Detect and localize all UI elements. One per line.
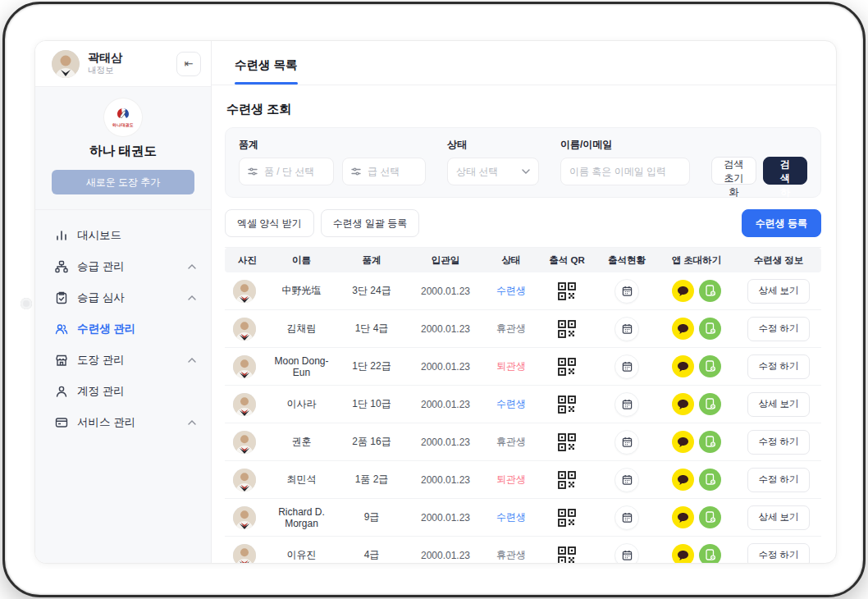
- calendar-button[interactable]: [614, 392, 639, 417]
- search-submit-button[interactable]: 검색 하기: [763, 157, 807, 185]
- calendar-icon: [622, 512, 633, 523]
- app-invite-button[interactable]: [699, 355, 721, 377]
- sidebar-item-promotion-test[interactable]: 승급 심사: [35, 282, 211, 313]
- chevron-up-icon: [188, 358, 196, 363]
- invite-cell: [657, 280, 736, 302]
- excel-template-button[interactable]: 엑셀 양식 받기: [225, 209, 314, 237]
- app-invite-button[interactable]: [699, 318, 721, 340]
- student-join-date: 2000.01.23: [406, 286, 485, 297]
- filter-buttons: 검색 초기화 검색 하기: [711, 138, 807, 185]
- tab-student-list[interactable]: 수련생 목록: [235, 57, 298, 85]
- kakao-talk-icon: [677, 399, 689, 410]
- card-icon: [55, 416, 68, 429]
- app-invite-button[interactable]: [699, 469, 721, 491]
- qr-code-icon[interactable]: [558, 320, 576, 338]
- qr-code-icon[interactable]: [558, 282, 576, 300]
- qr-cell: [537, 320, 596, 338]
- profile-subtitle[interactable]: 내정보: [88, 65, 122, 76]
- sidebar-item-label: 서비스 관리: [77, 415, 135, 430]
- sidebar-item-service-management[interactable]: 서비스 관리: [35, 407, 211, 438]
- register-student-button[interactable]: 수련생 등록: [742, 209, 821, 237]
- calendar-button[interactable]: [614, 354, 639, 379]
- calendar-icon: [622, 361, 633, 372]
- name-email-label: 이름/이메일: [560, 138, 690, 152]
- student-info-button[interactable]: 수정 하기: [747, 430, 809, 455]
- dojang-name: 하나 태권도: [52, 143, 194, 160]
- calendar-icon: [622, 323, 633, 334]
- col-student-info: 수련생 정보: [736, 254, 821, 267]
- table-row: Richard D. Morgan 9급 2000.01.23 수련생 상세 보…: [225, 499, 821, 537]
- student-info-button[interactable]: 상세 보기: [747, 392, 809, 417]
- phone-app-icon: [705, 549, 716, 561]
- calendar-button[interactable]: [614, 543, 639, 564]
- student-info-button[interactable]: 수정 하기: [747, 468, 809, 492]
- app-invite-button[interactable]: [699, 506, 721, 528]
- app-invite-button[interactable]: [699, 393, 721, 415]
- sidebar-item-account-management[interactable]: 계정 관리: [35, 376, 211, 407]
- sidebar-item-dashboard[interactable]: 대시보드: [35, 220, 211, 251]
- student-avatar: [233, 506, 256, 529]
- attendance-cell: [596, 505, 657, 530]
- status-placeholder: 상태 선택: [456, 165, 498, 179]
- poom-dan-select[interactable]: 품 / 단 선택: [239, 158, 334, 185]
- sidebar-item-dojang-management[interactable]: 도장 관리: [35, 345, 211, 376]
- app-invite-button[interactable]: [699, 280, 721, 302]
- qr-cell: [537, 546, 596, 564]
- qr-code-icon[interactable]: [558, 509, 576, 527]
- sidebar-collapse-button[interactable]: ⇤: [176, 52, 201, 76]
- bulk-register-button[interactable]: 수련생 일괄 등록: [321, 209, 420, 237]
- kakao-talk-icon: [677, 512, 689, 524]
- attendance-cell: [596, 543, 657, 564]
- kakao-talk-icon: [677, 550, 689, 561]
- student-rank: 1품 2급: [337, 473, 406, 487]
- invite-cell: [657, 355, 736, 377]
- student-avatar: [233, 318, 256, 341]
- status-filter-group: 상태 상태 선택: [447, 138, 539, 185]
- geup-select[interactable]: 급 선택: [342, 158, 426, 185]
- page-title: 수련생 조회: [226, 102, 821, 117]
- calendar-button[interactable]: [614, 505, 639, 530]
- app-invite-button[interactable]: [699, 544, 721, 563]
- calendar-button[interactable]: [614, 279, 639, 304]
- calendar-button[interactable]: [614, 468, 639, 492]
- app-invite-button[interactable]: [699, 431, 721, 453]
- sidebar-item-student-management[interactable]: 수련생 관리: [35, 313, 211, 345]
- table-toolbar: 엑셀 양식 받기 수련생 일괄 등록 수련생 등록: [225, 209, 821, 237]
- invite-cell: [657, 544, 736, 563]
- kakao-invite-button[interactable]: [672, 393, 694, 415]
- kakao-invite-button[interactable]: [672, 355, 694, 377]
- profile-avatar[interactable]: [52, 50, 80, 78]
- student-info-button[interactable]: 수정 하기: [747, 317, 809, 341]
- kakao-invite-button[interactable]: [672, 506, 694, 528]
- col-rank: 품계: [337, 254, 406, 267]
- student-avatar: [233, 469, 256, 492]
- name-email-field[interactable]: [560, 158, 690, 185]
- add-dojang-button[interactable]: 새로운 도장 추가: [52, 170, 194, 194]
- student-info-button[interactable]: 수정 하기: [747, 543, 809, 564]
- qr-code-icon[interactable]: [558, 546, 576, 564]
- qr-cell: [537, 509, 596, 527]
- phone-app-icon: [705, 398, 716, 410]
- qr-code-icon[interactable]: [558, 471, 576, 489]
- info-cell: 수정 하기: [736, 354, 821, 379]
- status-select[interactable]: 상태 선택: [447, 158, 539, 185]
- col-status: 상태: [485, 254, 537, 267]
- phone-app-icon: [705, 436, 716, 448]
- kakao-invite-button[interactable]: [672, 431, 694, 453]
- student-info-button[interactable]: 수정 하기: [747, 354, 809, 379]
- student-info-button[interactable]: 상세 보기: [747, 279, 809, 304]
- qr-code-icon[interactable]: [558, 433, 576, 451]
- search-reset-button[interactable]: 검색 초기화: [711, 157, 756, 185]
- kakao-invite-button[interactable]: [672, 280, 694, 302]
- kakao-invite-button[interactable]: [672, 318, 694, 340]
- kakao-invite-button[interactable]: [672, 469, 694, 491]
- calendar-button[interactable]: [614, 317, 639, 341]
- name-email-input[interactable]: [569, 166, 681, 177]
- calendar-button[interactable]: [614, 430, 639, 455]
- qr-code-icon[interactable]: [558, 358, 576, 376]
- student-info-button[interactable]: 상세 보기: [747, 505, 809, 530]
- sidebar-item-promotion-management[interactable]: 승급 관리: [35, 251, 211, 282]
- kakao-invite-button[interactable]: [672, 544, 694, 563]
- calendar-icon: [622, 550, 633, 560]
- qr-code-icon[interactable]: [558, 396, 576, 414]
